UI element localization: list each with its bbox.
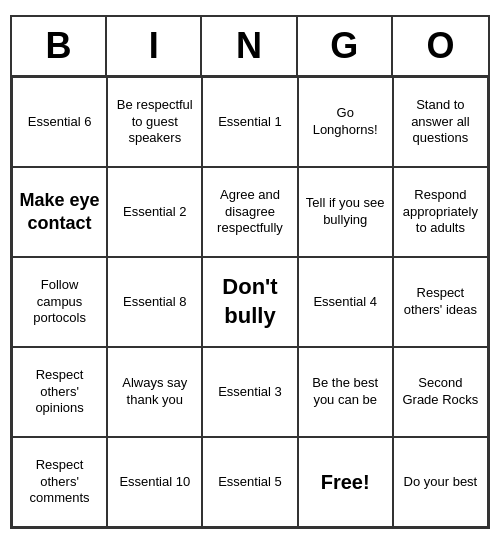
bingo-cell-0: Essential 6 — [12, 77, 107, 167]
bingo-cell-11: Essential 8 — [107, 257, 202, 347]
bingo-cell-10: Follow campus portocols — [12, 257, 107, 347]
bingo-cell-2: Essential 1 — [202, 77, 297, 167]
bingo-cell-16: Always say thank you — [107, 347, 202, 437]
bingo-cell-14: Respect others' ideas — [393, 257, 488, 347]
bingo-letter-b: B — [12, 17, 107, 75]
bingo-cell-9: Respond appropriately to adults — [393, 167, 488, 257]
bingo-cell-13: Essential 4 — [298, 257, 393, 347]
bingo-cell-4: Stand to answer all questions — [393, 77, 488, 167]
bingo-letter-n: N — [202, 17, 297, 75]
bingo-cell-20: Respect others' comments — [12, 437, 107, 527]
bingo-cell-5: Make eye contact — [12, 167, 107, 257]
bingo-card: BINGO Essential 6Be respectful to guest … — [10, 15, 490, 529]
bingo-cell-6: Essential 2 — [107, 167, 202, 257]
bingo-cell-21: Essential 10 — [107, 437, 202, 527]
bingo-cell-12: Don't bully — [202, 257, 297, 347]
bingo-cell-22: Essential 5 — [202, 437, 297, 527]
bingo-cell-17: Essential 3 — [202, 347, 297, 437]
bingo-cell-3: Go Longhorns! — [298, 77, 393, 167]
bingo-letter-g: G — [298, 17, 393, 75]
bingo-cell-7: Agree and disagree respectfully — [202, 167, 297, 257]
bingo-grid: Essential 6Be respectful to guest speake… — [12, 77, 488, 527]
bingo-cell-18: Be the best you can be — [298, 347, 393, 437]
bingo-cell-23: Free! — [298, 437, 393, 527]
bingo-cell-19: Second Grade Rocks — [393, 347, 488, 437]
bingo-cell-8: Tell if you see bullying — [298, 167, 393, 257]
bingo-cell-15: Respect others' opinions — [12, 347, 107, 437]
bingo-letter-o: O — [393, 17, 488, 75]
bingo-cell-1: Be respectful to guest speakers — [107, 77, 202, 167]
bingo-header: BINGO — [12, 17, 488, 77]
bingo-letter-i: I — [107, 17, 202, 75]
bingo-cell-24: Do your best — [393, 437, 488, 527]
